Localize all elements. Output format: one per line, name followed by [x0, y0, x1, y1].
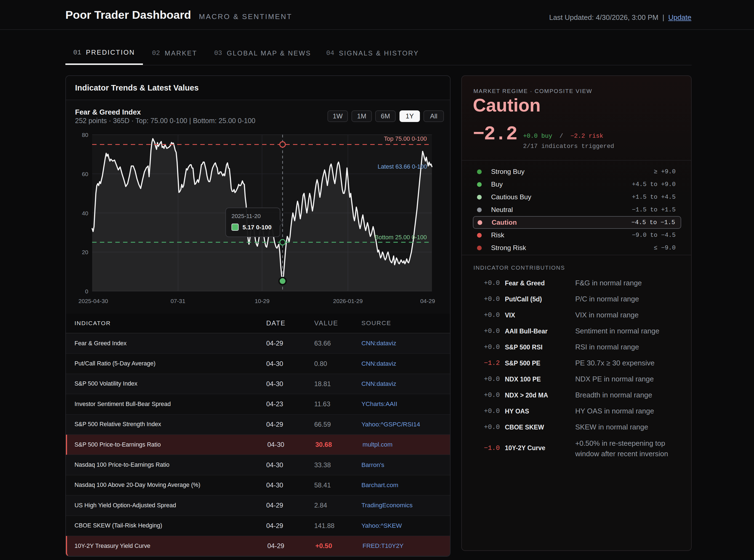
svg-text:2026-01-29: 2026-01-29	[333, 298, 363, 304]
svg-text:Bottom 25.00 0-100: Bottom 25.00 0-100	[375, 234, 427, 241]
svg-text:Latest 63.66 0-100: Latest 63.66 0-100	[378, 163, 427, 170]
svg-text:60: 60	[82, 171, 88, 177]
svg-text:07-31: 07-31	[170, 298, 185, 304]
svg-text:Top 75.00 0-100: Top 75.00 0-100	[384, 136, 427, 142]
svg-text:80: 80	[82, 132, 88, 138]
svg-text:2025-04-30: 2025-04-30	[78, 298, 108, 304]
svg-text:04-29: 04-29	[420, 298, 435, 304]
svg-text:0: 0	[85, 288, 88, 295]
svg-text:40: 40	[82, 210, 88, 216]
svg-text:10-29: 10-29	[254, 298, 269, 304]
svg-text:20: 20	[82, 249, 88, 255]
